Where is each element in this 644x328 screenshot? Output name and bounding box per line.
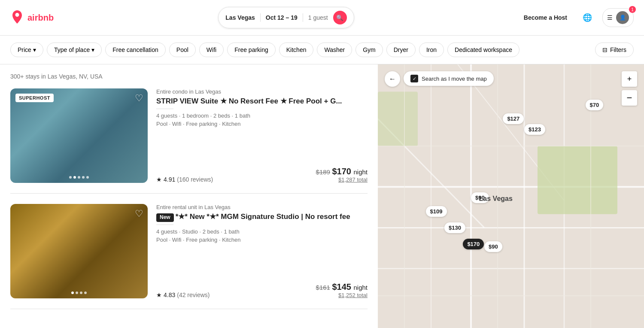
free-parking-filter-button[interactable]: Free parking <box>227 43 276 57</box>
globe-icon: 🌐 <box>583 13 592 22</box>
price-marker-label-m4: $109 <box>430 208 443 215</box>
type-of-place-label: Type of place <box>54 46 90 53</box>
rating-count-2: (42 reviews) <box>177 292 210 298</box>
search-bar[interactable]: Las Vegas Oct 12 – 19 1 guest 🔍 <box>218 7 354 28</box>
listing-divider-2 <box>156 225 173 225</box>
all-filters-button[interactable]: ⊟ Filters <box>595 43 634 57</box>
current-price-2: $145 night <box>332 282 368 292</box>
price-marker-m7[interactable]: $170 <box>463 239 484 249</box>
listing-image-2[interactable]: ♡ <box>10 204 148 298</box>
save-button-1[interactable]: ♡ <box>135 93 143 104</box>
zoom-in-icon: + <box>627 75 632 84</box>
svg-rect-9 <box>538 146 617 214</box>
price-total-1: $1,287 total <box>316 176 368 183</box>
zoom-out-icon: − <box>627 93 632 103</box>
original-price-1: $189 <box>316 168 330 176</box>
listing-details-2: 4 guests · Studio · 2 beds · 1 bath <box>156 228 368 235</box>
main-layout: 300+ stays in Las Vegas, NV, USA SUPERHO… <box>0 64 644 328</box>
price-night-2: night <box>353 284 368 291</box>
map-background: ← ✓ Search as I move the map + − $70 <box>378 64 644 328</box>
dryer-filter-button[interactable]: Dryer <box>386 43 416 57</box>
listing-price-1: $189 $170 night $1,287 total <box>316 167 368 183</box>
heart-icon-2: ♡ <box>135 208 143 219</box>
dot <box>71 292 74 294</box>
gym-label: Gym <box>363 46 376 53</box>
image-dots-1 <box>69 176 89 179</box>
listing-amenities-1: Pool · Wifi · Free parking · Kitchen <box>156 121 368 127</box>
listing-title-2: New*★* New *★* MGM Signature Studio | No… <box>156 212 368 222</box>
all-filters-label: Filters <box>610 46 626 53</box>
dedicated-workspace-filter-button[interactable]: Dedicated workspace <box>447 43 519 57</box>
washer-filter-button[interactable]: Washer <box>317 43 352 57</box>
results-count: 300+ stays in Las Vegas, NV, USA <box>10 73 368 80</box>
map-zoom-controls: + − <box>622 71 637 106</box>
heart-icon-1: ♡ <box>135 93 143 103</box>
dot <box>86 176 89 179</box>
left-panel: 300+ stays in Las Vegas, NV, USA SUPERHO… <box>0 64 378 328</box>
back-arrow-icon: ← <box>389 75 396 83</box>
map-back-button[interactable]: ← <box>385 71 400 87</box>
airbnb-logo-icon[interactable] <box>10 10 24 25</box>
kitchen-filter-button[interactable]: Kitchen <box>279 43 314 57</box>
listing-price-2: $161 $145 night $1,252 total <box>316 282 368 298</box>
become-host-link[interactable]: Become a Host <box>519 11 572 24</box>
type-of-place-filter-button[interactable]: Type of place ▾ <box>47 43 102 57</box>
washer-label: Washer <box>324 46 345 53</box>
free-cancellation-filter-button[interactable]: Free cancellation <box>105 43 166 57</box>
kitchen-label: Kitchen <box>286 46 307 53</box>
star-icon-2: ★ <box>156 292 162 298</box>
original-price-2: $161 <box>316 284 330 291</box>
listing-type-2: Entire rental unit in Las Vegas <box>156 204 368 210</box>
zoom-in-button[interactable]: + <box>622 71 637 87</box>
pool-filter-button[interactable]: Pool <box>169 43 196 57</box>
listing-footer-2: ★ 4.83 (42 reviews) $161 $145 night $1, <box>156 282 368 298</box>
zoom-out-button[interactable]: − <box>622 90 637 106</box>
price-marker-m5[interactable]: $90 <box>471 192 489 203</box>
filter-bar: Price ▾ Type of place ▾ Free cancellatio… <box>0 36 644 64</box>
listing-rating-1: ★ 4.91 (160 reviews) <box>156 176 213 183</box>
price-marker-label-m8: $90 <box>489 243 498 250</box>
dryer-label: Dryer <box>394 46 408 53</box>
hamburger-icon: ☰ <box>607 14 613 21</box>
price-marker-m2[interactable]: $127 <box>503 113 524 124</box>
price-total-2: $1,252 total <box>316 292 368 298</box>
language-button[interactable]: 🌐 <box>579 9 595 26</box>
price-marker-m6[interactable]: $130 <box>444 222 465 233</box>
save-button-2[interactable]: ♡ <box>135 208 143 219</box>
price-night-1: night <box>353 168 368 176</box>
wifi-filter-button[interactable]: Wifi <box>199 43 224 57</box>
price-marker-label-m3: $123 <box>529 126 541 133</box>
price-marker-m4[interactable]: $109 <box>426 206 447 217</box>
price-marker-m1[interactable]: $70 <box>586 100 604 110</box>
new-badge: New <box>156 213 174 222</box>
current-price-1: $170 night <box>332 167 368 176</box>
listing-image-1[interactable]: SUPERHOST ♡ <box>10 88 148 183</box>
search-location: Las Vegas <box>225 14 255 21</box>
price-marker-label-m2: $127 <box>507 115 519 122</box>
logo-area: airbnb <box>10 10 54 25</box>
type-of-place-chevron-icon: ▾ <box>91 46 94 53</box>
logo-text: airbnb <box>27 13 54 23</box>
dedicated-workspace-label: Dedicated workspace <box>455 46 512 53</box>
pool-label: Pool <box>176 46 188 53</box>
price-marker-label-m6: $130 <box>449 225 461 231</box>
user-menu[interactable]: ☰ 👤 <box>602 8 634 27</box>
gym-filter-button[interactable]: Gym <box>355 43 383 57</box>
price-filter-button[interactable]: Price ▾ <box>10 43 43 57</box>
price-marker-m3[interactable]: $123 <box>524 124 545 135</box>
checkbox-icon: ✓ <box>410 75 418 82</box>
listing-footer-1: ★ 4.91 (160 reviews) $189 $170 night $1 <box>156 167 368 183</box>
map-panel[interactable]: ← ✓ Search as I move the map + − $70 <box>378 64 644 328</box>
listing-image-bg-1 <box>10 88 148 183</box>
header-right: Become a Host 🌐 ☰ 👤 <box>519 8 634 27</box>
map-roads-svg <box>378 64 644 328</box>
price-marker-m8[interactable]: $90 <box>484 241 502 252</box>
listing-title-1: STRIP VIEW Suite ★ No Resort Fee ★ Free … <box>156 97 368 106</box>
search-guests: 1 guest <box>308 14 328 21</box>
iron-filter-button[interactable]: Iron <box>419 43 444 57</box>
listing-card: SUPERHOST ♡ Entire condo in Las Vegas ST… <box>10 88 368 194</box>
search-button[interactable]: 🔍 <box>333 11 347 24</box>
sliders-icon: ⊟ <box>602 46 608 53</box>
dot <box>73 176 76 179</box>
search-as-move-toggle[interactable]: ✓ Search as I move the map <box>404 71 494 86</box>
